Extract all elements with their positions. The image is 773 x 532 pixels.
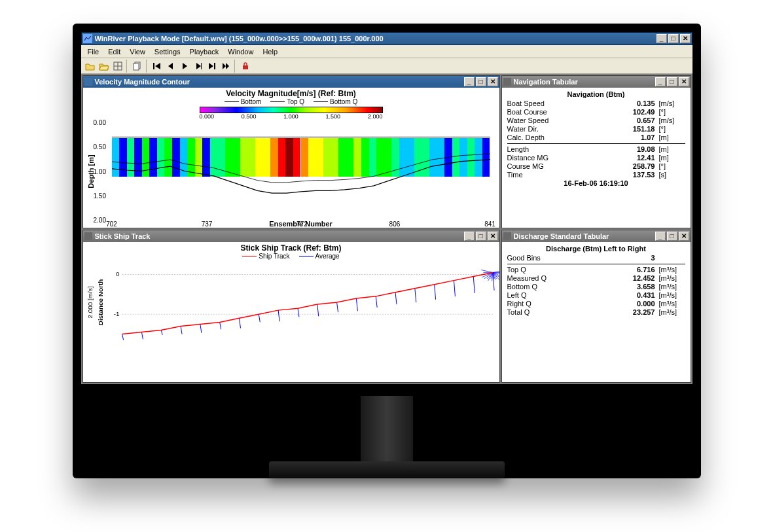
svg-text:0: 0 — [116, 270, 120, 277]
next-icon[interactable] — [192, 60, 205, 73]
copy-icon[interactable] — [131, 60, 144, 73]
menu-edit[interactable]: Edit — [104, 46, 124, 57]
svg-line-41 — [414, 289, 416, 302]
table-row: Boat Course102.49[°] — [507, 108, 685, 116]
table-row: Bottom Q3.658[m³/s] — [507, 283, 685, 291]
monitor-frame: WinRiver Playback Mode [Default.wrw] (15… — [73, 24, 701, 478]
navigation-tabular-pane: Navigation Tabular _ □ ✕ Navigation (Btm… — [501, 75, 691, 228]
svg-line-31 — [219, 322, 221, 329]
svg-line-28 — [161, 330, 162, 335]
nav-pane-title: Navigation Tabular — [514, 78, 655, 86]
row-label: Boat Course — [507, 108, 609, 116]
row-label: Calc. Depth — [507, 133, 609, 141]
svg-marker-10 — [196, 63, 201, 69]
row-label: Total Q — [507, 308, 609, 316]
lock-icon[interactable] — [239, 60, 252, 73]
discharge-tabular-pane: Discharge Standard Tabular _ □ ✕ Dischar… — [501, 230, 691, 383]
open-icon[interactable] — [84, 60, 97, 73]
colorbar-tick: 1.500 — [326, 113, 341, 120]
pane-icon — [503, 78, 511, 86]
x-tick: 702 — [106, 221, 117, 228]
y-tick: 1.00 — [94, 168, 106, 175]
first-icon[interactable] — [151, 60, 164, 73]
grid-icon[interactable] — [111, 60, 124, 73]
row-value: 258.79 — [609, 162, 655, 170]
row-label: Top Q — [507, 266, 609, 274]
pane-close-button[interactable]: ✕ — [488, 232, 498, 241]
row-value: 12.41 — [609, 154, 655, 162]
fast-forward-icon[interactable] — [219, 60, 232, 73]
row-label: Water Dir. — [507, 125, 609, 133]
pane-close-button[interactable]: ✕ — [679, 77, 689, 86]
last-icon[interactable] — [206, 60, 219, 73]
svg-rect-16 — [243, 65, 248, 69]
prev-icon[interactable] — [164, 60, 177, 73]
row-unit: [m³/s] — [655, 291, 685, 299]
monitor-bezel — [81, 385, 693, 397]
x-tick: 772 — [297, 221, 308, 228]
pane-minimize-button[interactable]: _ — [655, 77, 666, 86]
play-icon[interactable] — [178, 60, 191, 73]
pane-minimize-button[interactable]: _ — [464, 77, 475, 86]
pane-close-button[interactable]: ✕ — [679, 232, 689, 241]
close-button[interactable]: ✕ — [680, 34, 691, 43]
table-row: Water Dir.151.18[°] — [507, 125, 685, 133]
y-tick: 0.00 — [94, 119, 106, 126]
svg-rect-19 — [84, 232, 92, 240]
svg-line-35 — [297, 308, 298, 317]
table-row: Time137.53[s] — [507, 171, 685, 179]
row-label: Measured Q — [507, 274, 609, 282]
velocity-pane-title: Velocity Magnitude Contour — [95, 78, 464, 86]
row-label: Length — [507, 145, 609, 153]
ship-legend: Ship Track Average — [83, 253, 499, 260]
discharge-panel: Discharge (Btm) Left to Right Good Bins3… — [502, 242, 691, 319]
svg-marker-8 — [168, 63, 173, 69]
pane-maximize-button[interactable]: □ — [667, 232, 677, 241]
pane-minimize-button[interactable]: _ — [655, 232, 666, 241]
table-row: Water Speed0.657[m/s] — [507, 116, 685, 125]
svg-rect-64 — [503, 232, 511, 240]
x-tick: 806 — [389, 221, 401, 228]
table-row: Left Q0.431[m³/s] — [507, 291, 685, 300]
x-tick: 841 — [484, 221, 495, 228]
svg-line-37 — [336, 302, 338, 312]
colorbar-tick: 2.000 — [368, 113, 383, 120]
table-row: Top Q6.716[m³/s] — [507, 266, 685, 274]
row-unit: [°] — [655, 108, 685, 116]
menu-view[interactable]: View — [126, 46, 149, 57]
row-value: 19.08 — [609, 145, 655, 153]
row-value: 23.257 — [609, 308, 655, 316]
pane-maximize-button[interactable]: □ — [667, 77, 677, 86]
nav-heading: Navigation (Btm) — [507, 90, 685, 98]
velocity-plot-area: Depth [m] Ensemble Number 0.000.501.001.… — [112, 122, 490, 220]
maximize-button[interactable]: □ — [668, 34, 679, 43]
menu-window[interactable]: Window — [224, 46, 257, 57]
pane-icon — [84, 232, 92, 240]
nav-panel: Navigation (Btm) Boat Speed0.135[m/s]Boa… — [502, 88, 691, 190]
row-unit: [m³/s] — [655, 274, 685, 282]
svg-line-43 — [454, 281, 455, 296]
mdi-area: Velocity Magnitude Contour _ □ ✕ Velocit… — [81, 74, 692, 384]
row-value: 1.07 — [609, 133, 655, 141]
pane-maximize-button[interactable]: □ — [476, 77, 486, 86]
row-unit: [m/s] — [655, 99, 685, 107]
menu-file[interactable]: File — [84, 46, 103, 57]
row-unit: [°] — [655, 125, 685, 133]
pane-close-button[interactable]: ✕ — [488, 77, 498, 86]
menu-help[interactable]: Help — [259, 46, 281, 57]
menu-settings[interactable]: Settings — [151, 46, 185, 57]
open-folder-icon[interactable] — [98, 60, 111, 73]
svg-marker-9 — [183, 63, 187, 69]
menu-playback[interactable]: Playback — [186, 46, 223, 57]
pane-minimize-button[interactable]: _ — [464, 232, 475, 241]
svg-line-46 — [493, 270, 499, 272]
svg-line-42 — [434, 285, 435, 300]
row-unit: [°] — [655, 162, 685, 170]
row-unit: [m] — [655, 145, 685, 153]
pane-maximize-button[interactable]: □ — [476, 232, 486, 241]
minimize-button[interactable]: _ — [656, 34, 667, 43]
table-row: Length19.08[m] — [507, 145, 685, 154]
row-value: 3.658 — [609, 283, 655, 291]
colorbar-tick: 0.000 — [200, 113, 215, 120]
row-unit: [m] — [655, 133, 685, 141]
